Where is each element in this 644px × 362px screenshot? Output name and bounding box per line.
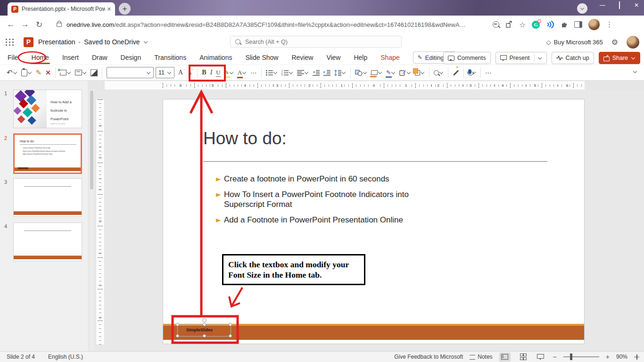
collapse-ribbon-chevron[interactable] bbox=[633, 69, 637, 73]
footer-textbox-selected[interactable]: SimpleSlides bbox=[177, 324, 231, 337]
slide-thumbnail-1[interactable]: How to Add a footnote in PowerPoint SIMP… bbox=[13, 90, 82, 128]
shape-effects-button[interactable] bbox=[397, 66, 413, 79]
tab-view[interactable]: View bbox=[325, 51, 341, 64]
feedback-link[interactable]: Give Feedback to Microsoft bbox=[394, 354, 463, 360]
more-font-options-button[interactable]: ⋯ bbox=[248, 66, 259, 79]
rotation-handle[interactable] bbox=[202, 318, 206, 322]
slide-title[interactable]: How to do: bbox=[203, 129, 287, 148]
grammarly-extension-icon[interactable]: G bbox=[532, 21, 540, 29]
numbering-button[interactable]: 123 bbox=[280, 66, 295, 79]
buy-microsoft-365-button[interactable]: ◇Buy Microsoft 365 bbox=[546, 39, 603, 46]
browser-tab[interactable]: P Presentation.pptx - Microsoft Pow ✕ bbox=[8, 2, 115, 16]
shapes-button[interactable] bbox=[353, 66, 369, 79]
underline-button[interactable]: U bbox=[214, 66, 222, 79]
delete-button[interactable]: ✕ bbox=[43, 66, 53, 79]
tab-home[interactable]: Home bbox=[31, 51, 50, 64]
tab-insert[interactable]: Insert bbox=[61, 51, 80, 64]
bullet-item[interactable]: Create a footnote in PowerPoint in 60 se… bbox=[216, 174, 424, 184]
slide-sorter-view-button[interactable] bbox=[517, 353, 528, 362]
arrange-button[interactable] bbox=[413, 66, 427, 79]
grow-font-button[interactable]: Aˆ bbox=[176, 66, 186, 79]
format-painter-button[interactable]: ✎ bbox=[34, 66, 44, 79]
forward-icon[interactable]: → bbox=[18, 20, 32, 29]
language-label[interactable]: English (U.S.) bbox=[48, 354, 83, 360]
bookmark-star-icon[interactable]: ☆ bbox=[519, 20, 526, 29]
decrease-indent-button[interactable] bbox=[311, 66, 322, 79]
designer-wand-button[interactable] bbox=[451, 66, 461, 79]
tab-help[interactable]: Help bbox=[353, 51, 368, 64]
url-field[interactable]: onedrive.live.com/edit.aspx?action=editn… bbox=[66, 21, 491, 28]
tab-slide-show[interactable]: Slide Show bbox=[244, 51, 279, 64]
tab-file[interactable]: File bbox=[7, 51, 19, 64]
font-size-select[interactable]: 11 bbox=[156, 67, 174, 78]
side-panel-icon[interactable] bbox=[574, 21, 582, 28]
tab-review[interactable]: Review bbox=[290, 51, 314, 64]
extensions-puzzle-icon[interactable] bbox=[561, 21, 568, 28]
window-minimize-button[interactable]: — bbox=[598, 2, 607, 8]
new-tab-button[interactable]: + bbox=[119, 3, 131, 15]
selection-handle[interactable] bbox=[203, 323, 206, 326]
present-button[interactable]: Present bbox=[495, 52, 547, 64]
search-box[interactable] bbox=[230, 36, 402, 48]
selection-handle[interactable] bbox=[229, 323, 232, 326]
designer-button[interactable] bbox=[89, 66, 99, 79]
back-icon[interactable]: ← bbox=[4, 20, 18, 29]
bullet-item[interactable]: How To Insert a PowerPoint Footnote Indi… bbox=[216, 189, 424, 209]
align-button[interactable] bbox=[295, 66, 311, 79]
bullet-item[interactable]: Add a Footnote in PowerPoint Presentatio… bbox=[216, 215, 424, 225]
increase-indent-button[interactable] bbox=[322, 66, 332, 79]
window-close-button[interactable]: ✕ bbox=[632, 2, 641, 8]
new-slide-button[interactable] bbox=[58, 66, 73, 79]
selection-handle[interactable] bbox=[176, 334, 179, 337]
tab-search-button[interactable] bbox=[577, 3, 587, 14]
bullets-button[interactable] bbox=[264, 66, 280, 79]
font-color-button[interactable]: A bbox=[236, 66, 248, 79]
comments-button[interactable]: Comments bbox=[443, 52, 490, 64]
slide-thumbnail-2[interactable]: How to do: Create a footnote in PowerPoi… bbox=[13, 133, 82, 174]
tab-draw[interactable]: Draw bbox=[91, 51, 108, 64]
zoom-slider[interactable] bbox=[563, 356, 599, 357]
reader-extension-icon[interactable] bbox=[546, 21, 554, 28]
footer-text[interactable]: SimpleSlides bbox=[186, 328, 213, 332]
share-button[interactable]: Share bbox=[599, 52, 640, 64]
slideshow-view-button[interactable] bbox=[535, 353, 546, 362]
bold-button[interactable]: B bbox=[200, 66, 208, 79]
slide-bullet-list[interactable]: Create a footnote in PowerPoint in 60 se… bbox=[216, 174, 424, 230]
tab-transitions[interactable]: Transitions bbox=[153, 51, 187, 64]
highlight-button[interactable]: ✎ bbox=[223, 66, 236, 79]
layout-button[interactable] bbox=[73, 66, 89, 79]
dictate-button[interactable] bbox=[466, 66, 478, 79]
zoom-slider-thumb[interactable] bbox=[570, 354, 572, 360]
instruction-callout-box[interactable]: Click the textbox and modify your Font S… bbox=[222, 254, 365, 285]
shrink-font-button[interactable]: Aˇ bbox=[186, 66, 195, 79]
tab-animations[interactable]: Animations bbox=[198, 51, 233, 64]
zoom-out-button[interactable]: − bbox=[553, 353, 557, 361]
window-restore-button[interactable] bbox=[615, 2, 624, 8]
notes-button[interactable]: Notes bbox=[470, 354, 492, 360]
browser-profile-avatar[interactable] bbox=[588, 19, 600, 30]
find-button[interactable] bbox=[432, 66, 446, 79]
zoom-in-button[interactable]: + bbox=[606, 353, 610, 361]
settings-gear-icon[interactable]: ⚙ bbox=[611, 38, 618, 47]
catch-up-button[interactable]: Catch up bbox=[552, 52, 594, 64]
thumbnail-scrollbar[interactable] bbox=[90, 90, 94, 351]
fit-to-window-icon[interactable] bbox=[634, 354, 639, 360]
italic-button[interactable]: I bbox=[208, 66, 215, 79]
powerpoint-logo[interactable]: P bbox=[24, 37, 33, 47]
font-name-select[interactable] bbox=[107, 67, 154, 78]
zoom-indicator-icon[interactable] bbox=[493, 21, 499, 28]
more-toolbar-options-button[interactable]: ⋯ bbox=[483, 66, 494, 79]
share-icon[interactable] bbox=[505, 21, 513, 28]
shape-fill-button[interactable] bbox=[369, 66, 384, 79]
normal-view-button[interactable] bbox=[499, 353, 511, 362]
lock-icon[interactable] bbox=[57, 23, 62, 27]
browser-menu-kebab-icon[interactable]: ⋮ bbox=[606, 20, 613, 29]
line-spacing-button[interactable] bbox=[332, 66, 348, 79]
scrollbar-thumb[interactable] bbox=[90, 90, 93, 189]
app-launcher-icon[interactable] bbox=[6, 39, 14, 46]
document-title-bar[interactable]: Presentation - Saved to OneDrive bbox=[38, 38, 148, 46]
tab-shape[interactable]: Shape bbox=[380, 51, 400, 64]
slide-canvas[interactable]: How to do: Create a footnote in PowerPoi… bbox=[163, 99, 585, 344]
slide-thumbnail-4[interactable] bbox=[13, 222, 82, 261]
account-avatar[interactable] bbox=[627, 36, 639, 49]
